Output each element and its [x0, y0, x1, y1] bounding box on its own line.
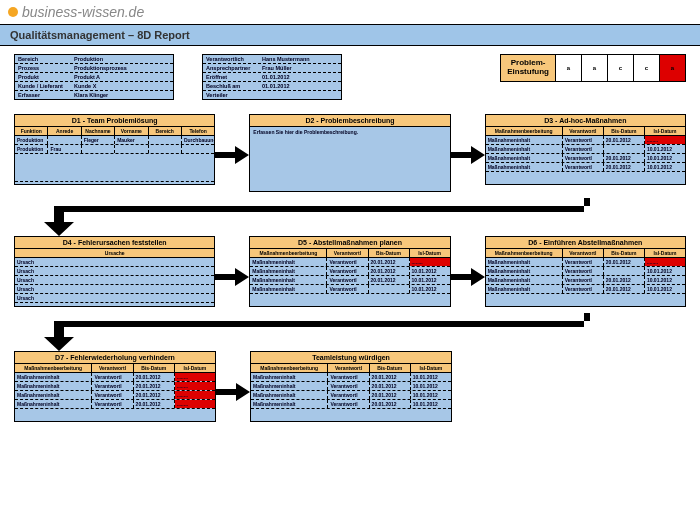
c: Verantwortl	[327, 285, 368, 293]
c: 10.01.2012	[645, 276, 685, 284]
c: Maßnahmeninhalt	[486, 145, 563, 153]
flow-row-1: D1 - Team Problemlösung FunktionAnredeNa…	[14, 114, 686, 192]
c: Maßnahmeninhalt	[250, 258, 327, 266]
hc: Bis-Datum	[134, 364, 175, 372]
c: 10.01.2012	[410, 267, 450, 275]
c: Maßnahmeninhalt	[251, 400, 328, 408]
c: ........	[175, 382, 215, 390]
c: Produktion	[15, 145, 48, 153]
val: Klara Klinger	[71, 91, 173, 99]
c: 20.01.2012	[369, 267, 410, 275]
hc: Maßnahmenbeerbeitung	[486, 249, 563, 257]
c: Ursach	[15, 285, 214, 293]
lbl: Verteiler	[203, 91, 259, 99]
rating-cell: c	[607, 55, 633, 81]
c: Maßnahmeninhalt	[250, 285, 327, 293]
arrow-right-icon	[216, 383, 250, 401]
c: Maßnahmeninhalt	[486, 258, 563, 266]
rating-cell: a	[581, 55, 607, 81]
hc: IsI-Datum	[410, 249, 450, 257]
info-box-2: VerantwortlichHans Mustermann Ansprechpa…	[202, 54, 342, 100]
lbl: Beschluß am	[203, 82, 259, 90]
logo-text: business-wissen.de	[22, 4, 144, 20]
c: 20.01.2012	[369, 258, 410, 266]
d4-box: D4 - Fehlerursachen feststellen Ursache …	[14, 236, 215, 307]
lbl: Bereich	[15, 55, 71, 63]
c: 20.01.2012	[604, 258, 645, 266]
c: Maßnahmeninhalt	[486, 285, 563, 293]
hc: Bis-Datum	[604, 127, 645, 135]
c: Verantwortl	[92, 391, 133, 399]
c: Maßnahmeninhalt	[251, 373, 328, 381]
c: 20.01.2012	[604, 285, 645, 293]
c: Maßnahmeninhalt	[486, 267, 563, 275]
val: Hans Mustermann	[259, 55, 341, 63]
lbl: Verantwortlich	[203, 55, 259, 63]
c: ........	[645, 136, 685, 144]
val	[259, 91, 341, 99]
c: 20.01.2012	[370, 373, 411, 381]
c: Verantwortl	[327, 276, 368, 284]
arrow-right-icon	[215, 146, 249, 164]
c: Verantwortl	[563, 163, 604, 171]
c: Verantwortl	[328, 391, 369, 399]
c: 10.01.2012	[645, 163, 685, 171]
c	[48, 136, 81, 144]
c: 10.01.2012	[411, 382, 451, 390]
lbl: Kunde / Lieferant	[15, 82, 71, 90]
c: 10.01.2012	[645, 267, 685, 275]
hc: Verantwortl	[327, 249, 368, 257]
hc: Maßnahmenbeerbeitung	[486, 127, 563, 135]
val: Frau Müller	[259, 64, 341, 72]
d8-box: Teamleistung würdigen Maßnahmenbeerbeitu…	[250, 351, 452, 422]
val: Produkt A	[71, 73, 173, 81]
info-box-1: BereichProduktion ProzessProduktionsproz…	[14, 54, 174, 100]
c	[149, 145, 182, 153]
c: Verantwortl	[92, 373, 133, 381]
lbl: Erfasser	[15, 91, 71, 99]
d2-box: D2 - Problembeschreibung Erfassen Sie hi…	[249, 114, 450, 192]
d8-title: Teamleistung würdigen	[251, 352, 451, 364]
c: 20.01.2012	[134, 382, 175, 390]
d5-title: D5 - Abstellmaßnahmen planen	[250, 237, 449, 249]
hc: Verantwortl	[563, 249, 604, 257]
c: Verantwortl	[92, 382, 133, 390]
c: Verantwortl	[563, 154, 604, 162]
c: Maßnahmeninhalt	[251, 382, 328, 390]
c: 20.01.2012	[604, 163, 645, 171]
c: 20.01.2012	[134, 400, 175, 408]
c: Durchbauung 2012	[182, 136, 214, 144]
c	[604, 267, 645, 275]
arrow-right-icon	[451, 146, 485, 164]
hc: Bis-Datum	[369, 249, 410, 257]
c: 20.01.2012	[134, 391, 175, 399]
c: 20.01.2012	[369, 276, 410, 284]
lbl: Produkt	[15, 73, 71, 81]
rating-box: Problem- Einstufung a a c c a	[500, 54, 686, 82]
c: Verantwortl	[563, 276, 604, 284]
c: Verantwortl	[563, 285, 604, 293]
c: Ursach	[15, 276, 214, 284]
c: 20.01.2012	[370, 400, 411, 408]
hc: Bis-Datum	[370, 364, 411, 372]
hc: Verantwortl	[328, 364, 369, 372]
val: Produktion	[71, 55, 173, 63]
c	[604, 145, 645, 153]
d6-title: D6 - Einführen Abstellmaßnahmen	[486, 237, 685, 249]
c: ........	[645, 258, 685, 266]
c: Maßnahmeninhalt	[15, 373, 92, 381]
c: 20.01.2012	[134, 373, 175, 381]
flow-row-2: D4 - Fehlerursachen feststellen Ursache …	[14, 236, 686, 307]
c: Verantwortl	[563, 267, 604, 275]
c: 10.01.2012	[645, 154, 685, 162]
c	[369, 285, 410, 293]
c: 10.01.2012	[410, 285, 450, 293]
header-row: BereichProduktion ProzessProduktionsproz…	[14, 54, 686, 100]
page-title: Qualitätsmanagement – 8D Report	[0, 24, 700, 46]
val: 01.01.2012	[259, 73, 341, 81]
d2-title: D2 - Problembeschreibung	[250, 115, 449, 127]
hc: Maßnahmenbeerbeitung	[250, 249, 327, 257]
d3-title: D3 - Ad-hoc-Maßnahmen	[486, 115, 685, 127]
d2-text: Erfassen Sie hier die Problembeschreibun…	[250, 127, 449, 191]
c: 10.01.2012	[645, 285, 685, 293]
